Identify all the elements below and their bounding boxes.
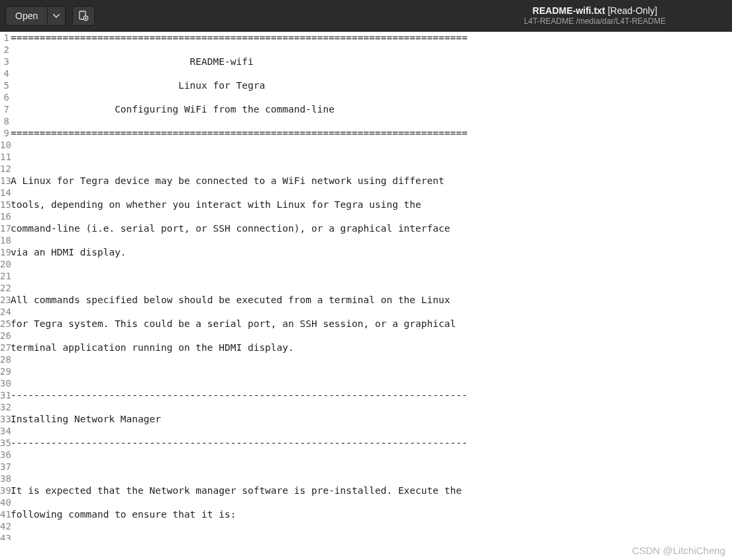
editor-area[interactable]: 1234567891011121314151617181920212223242…	[0, 32, 732, 540]
watermark: CSDN @LitchiCheng	[632, 545, 725, 556]
document-title: README-wifi.txt	[533, 5, 605, 16]
text-line[interactable]	[11, 532, 732, 540]
line-number: 20	[0, 258, 9, 270]
line-number: 43	[0, 532, 9, 540]
line-number: 36	[0, 449, 9, 461]
text-line[interactable]: via an HDMI display.	[11, 246, 732, 258]
text-line[interactable]: All commands specified below should be e…	[11, 294, 732, 306]
header-title-block: README-wifi.txt [Read-Only] L4T-README /…	[524, 5, 666, 26]
line-number: 6	[0, 91, 9, 103]
line-number: 14	[0, 187, 9, 199]
open-button[interactable]: Open	[5, 6, 48, 26]
text-line[interactable]	[11, 365, 732, 377]
open-dropdown-button[interactable]	[48, 6, 66, 26]
line-number: 31	[0, 389, 9, 401]
line-number: 25	[0, 318, 9, 330]
text-line[interactable]: Configuring WiFi from the command-line	[11, 103, 732, 115]
line-number: 23	[0, 294, 9, 306]
text-line[interactable]	[11, 461, 732, 473]
line-number: 40	[0, 496, 9, 508]
new-tab-button[interactable]	[72, 6, 95, 26]
line-number: 11	[0, 151, 9, 163]
line-number: 7	[0, 103, 9, 115]
line-number: 8	[0, 115, 9, 127]
line-number: 28	[0, 353, 9, 365]
line-number: 24	[0, 306, 9, 318]
line-number: 18	[0, 234, 9, 246]
line-number: 32	[0, 401, 9, 413]
line-number: 37	[0, 461, 9, 473]
readonly-badge: [Read-Only]	[607, 5, 657, 16]
text-line[interactable]: ========================================…	[11, 127, 732, 139]
line-number: 22	[0, 282, 9, 294]
chevron-down-icon	[53, 14, 60, 18]
text-line[interactable]: terminal application running on the HDMI…	[11, 342, 732, 353]
line-number: 2	[0, 44, 9, 56]
text-content[interactable]: ========================================…	[11, 32, 732, 540]
line-number: 33	[0, 413, 9, 425]
open-button-label: Open	[15, 11, 38, 21]
line-number: 30	[0, 377, 9, 389]
text-line[interactable]: README-wifi	[11, 56, 732, 68]
line-number: 3	[0, 56, 9, 68]
line-number: 41	[0, 508, 9, 520]
line-number: 16	[0, 210, 9, 222]
line-number: 5	[0, 79, 9, 91]
text-line[interactable]: following command to ensure that it is:	[11, 508, 732, 520]
line-number: 34	[0, 425, 9, 437]
line-number: 26	[0, 330, 9, 342]
line-number: 13	[0, 175, 9, 187]
text-line[interactable]	[11, 151, 732, 163]
text-line[interactable]: Linux for Tegra	[11, 79, 732, 91]
line-number: 29	[0, 365, 9, 377]
text-line[interactable]: for Tegra system. This could be a serial…	[11, 318, 732, 330]
new-document-icon	[78, 11, 89, 21]
line-number: 1	[0, 32, 9, 44]
text-line[interactable]	[11, 270, 732, 282]
line-number: 35	[0, 437, 9, 449]
line-number: 12	[0, 163, 9, 175]
text-line[interactable]: Installing Network Manager	[11, 413, 732, 425]
line-number: 21	[0, 270, 9, 282]
line-number: 42	[0, 520, 9, 532]
line-number-gutter: 1234567891011121314151617181920212223242…	[0, 32, 11, 540]
text-line[interactable]: A Linux for Tegra device may be connecte…	[11, 175, 732, 187]
line-number: 39	[0, 485, 9, 496]
text-line[interactable]: command-line (i.e. serial port, or SSH c…	[11, 222, 732, 234]
line-number: 4	[0, 68, 9, 79]
title-bar: Open README-wifi.txt [Read-Only] L4T-REA…	[0, 0, 732, 32]
text-line[interactable]: tools, depending on whether you interact…	[11, 199, 732, 210]
text-line[interactable]: ----------------------------------------…	[11, 389, 732, 401]
text-line[interactable]: It is expected that the Network manager …	[11, 485, 732, 496]
line-number: 19	[0, 246, 9, 258]
line-number: 27	[0, 342, 9, 353]
document-path: L4T-README /media/dar/L4T-README	[524, 17, 666, 26]
line-number: 38	[0, 473, 9, 485]
line-number: 15	[0, 199, 9, 210]
line-number: 17	[0, 222, 9, 234]
line-number: 9	[0, 127, 9, 139]
text-line[interactable]: ========================================…	[11, 32, 732, 44]
line-number: 10	[0, 139, 9, 151]
text-line[interactable]: ----------------------------------------…	[11, 437, 732, 449]
